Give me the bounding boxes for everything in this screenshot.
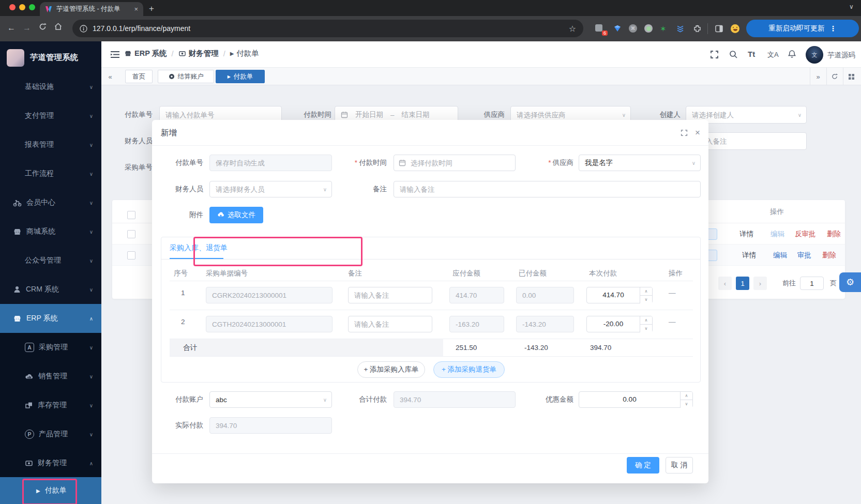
sidebar-item-report-mgmt[interactable]: 报表管理∨ xyxy=(0,130,101,159)
finance-staff-select[interactable]: ∨ xyxy=(209,181,332,197)
tags-expand-icon[interactable]: » xyxy=(810,68,826,85)
edit-link[interactable]: 编辑 xyxy=(771,223,784,245)
current-payment-stepper[interactable]: -20.00 ∧∨ xyxy=(586,316,653,332)
supplier-input[interactable] xyxy=(579,155,701,171)
extension-icon-1[interactable]: 6 xyxy=(595,24,605,34)
sidebar-item-payment-order[interactable]: ▶ 付款单 xyxy=(0,477,101,504)
tag-payment-order[interactable]: ▶ 付款单 xyxy=(216,70,265,83)
font-size-icon[interactable]: Tt xyxy=(748,50,755,58)
tag-home[interactable]: 首页 xyxy=(125,70,153,83)
sidebar-item-official-account[interactable]: 公众号管理∨ xyxy=(0,246,101,275)
delete-link[interactable]: 删除 xyxy=(822,245,836,266)
add-inbound-order-button[interactable]: + 添加采购入库单 xyxy=(357,361,425,378)
sidebar-item-payment-mgmt[interactable]: 支付管理∨ xyxy=(0,101,101,130)
dialog-fullscreen-icon[interactable] xyxy=(681,129,688,136)
row-remark-input[interactable] xyxy=(348,316,432,332)
dialog-close-icon[interactable]: × xyxy=(695,128,700,138)
breadcrumb-erp[interactable]: ERP 系统 xyxy=(134,49,167,58)
extension-icon-6[interactable] xyxy=(676,24,685,34)
upload-file-button[interactable]: 选取文件 xyxy=(209,207,263,223)
row-checkbox[interactable] xyxy=(127,251,135,259)
traffic-light-minimize[interactable] xyxy=(19,4,25,10)
sidebar-item-mall-system[interactable]: 商城系统∨ xyxy=(0,217,101,246)
tag-settlement-account[interactable]: 结算账户 xyxy=(158,70,214,83)
current-payment-value[interactable]: -20.00 xyxy=(587,316,640,332)
sidepanel-icon[interactable] xyxy=(715,24,724,34)
account-select[interactable]: ∨ xyxy=(209,391,332,408)
translate-icon[interactable]: 文A xyxy=(767,50,779,59)
cancel-button[interactable]: 取 消 xyxy=(666,457,693,474)
back-icon[interactable]: ← xyxy=(7,23,16,33)
delete-link[interactable]: 删除 xyxy=(827,223,841,245)
current-payment-stepper[interactable]: 414.70 ∧∨ xyxy=(586,287,653,303)
tab-purchase-docs[interactable]: 采购入库、退货单 xyxy=(170,243,228,253)
traffic-light-zoom[interactable] xyxy=(29,4,35,10)
row-checkbox[interactable] xyxy=(127,230,135,238)
detail-link[interactable]: 详情 xyxy=(742,245,756,266)
discount-value[interactable]: 0.00 xyxy=(579,392,680,407)
layout-grid-icon[interactable] xyxy=(843,68,859,85)
add-return-order-button[interactable]: + 添加采购退货单 xyxy=(433,361,505,378)
tags-refresh-icon[interactable] xyxy=(826,68,842,85)
reload-icon[interactable] xyxy=(38,22,47,31)
page-next-button[interactable]: › xyxy=(753,277,767,290)
spinner-up-icon[interactable]: ∧ xyxy=(640,287,652,296)
current-payment-value[interactable]: 414.70 xyxy=(587,287,640,303)
spinner-up-icon[interactable]: ∧ xyxy=(640,316,652,325)
spinner-up-icon[interactable]: ∧ xyxy=(681,392,692,400)
remark-field[interactable] xyxy=(394,181,701,197)
spinner-down-icon[interactable]: ∨ xyxy=(640,325,652,332)
extension-icon-2[interactable] xyxy=(613,24,623,34)
sidebar-item-finance-mgmt[interactable]: 财务管理∧ xyxy=(0,449,101,478)
tab-search-icon[interactable]: ∨ xyxy=(849,3,854,10)
fullscreen-icon[interactable] xyxy=(710,50,719,59)
forward-icon[interactable]: → xyxy=(23,23,31,33)
account-input[interactable] xyxy=(209,391,332,408)
payment-time-input[interactable] xyxy=(394,155,516,171)
edit-link[interactable]: 编辑 xyxy=(773,245,787,266)
select-all-checkbox[interactable] xyxy=(127,211,135,219)
sidebar-item-infrastructure[interactable]: 基础设施∨ xyxy=(0,72,101,101)
bookmark-star-icon[interactable]: ☆ xyxy=(569,24,576,34)
profile-avatar-icon[interactable] xyxy=(731,24,740,34)
payment-time-field[interactable] xyxy=(394,155,516,171)
extensions-puzzle-icon[interactable] xyxy=(693,24,702,34)
confirm-button[interactable]: 确 定 xyxy=(627,457,659,474)
traffic-light-close[interactable] xyxy=(9,4,16,10)
site-info-icon[interactable] xyxy=(80,25,87,33)
sidebar-item-inventory-mgmt[interactable]: 库存管理∨ xyxy=(0,391,101,420)
discount-stepper[interactable]: 0.00 ∧∨ xyxy=(579,391,693,408)
search-icon[interactable] xyxy=(729,50,738,59)
approve-link[interactable]: 审批 xyxy=(797,245,811,266)
tab-close-icon[interactable]: × xyxy=(134,5,138,13)
username[interactable]: 芋道源码 xyxy=(827,51,855,60)
sidebar-item-erp-system[interactable]: ERP 系统∧ xyxy=(0,304,101,333)
spinner-down-icon[interactable]: ∨ xyxy=(681,400,692,408)
sidebar-item-purchase-mgmt[interactable]: A 采购管理∨ xyxy=(0,333,101,362)
unapprove-link[interactable]: 反审批 xyxy=(795,223,816,245)
goto-page-input[interactable] xyxy=(800,277,824,290)
browser-tab[interactable]: 芋道管理系统 - 付款单 × xyxy=(40,2,143,16)
extension-icon-3[interactable]: ⌘ xyxy=(629,24,638,34)
new-tab-button[interactable]: + xyxy=(149,4,154,14)
page-number-button[interactable]: 1 xyxy=(736,277,749,290)
spinner-down-icon[interactable]: ∨ xyxy=(640,296,652,303)
finance-staff-input[interactable] xyxy=(209,181,332,197)
sidebar-item-workflow[interactable]: 工作流程∨ xyxy=(0,159,101,188)
breadcrumb-finance[interactable]: 财务管理 xyxy=(189,49,219,58)
url-bar[interactable]: 127.0.0.1/erp/finance/payment ☆ xyxy=(72,20,583,37)
supplier-select[interactable]: ∨ xyxy=(579,155,701,171)
page-prev-button[interactable]: ‹ xyxy=(718,277,732,290)
browser-menu-icon[interactable]: ⋮ xyxy=(829,24,837,33)
extension-icon-4[interactable] xyxy=(644,24,654,34)
row-remark-input[interactable] xyxy=(348,287,432,303)
browser-update-button[interactable]: 重新启动即可更新 ⋮ xyxy=(746,20,859,37)
detail-link[interactable]: 详情 xyxy=(739,223,753,245)
bell-icon[interactable] xyxy=(788,50,796,58)
settings-drawer-button[interactable]: ⚙ xyxy=(839,272,861,292)
sidebar-item-member-center[interactable]: 会员中心∨ xyxy=(0,188,101,217)
menu-fold-icon[interactable] xyxy=(110,50,120,59)
user-avatar[interactable]: 文 xyxy=(806,46,823,64)
sidebar-item-crm-system[interactable]: CRM 系统∨ xyxy=(0,275,101,304)
sidebar-item-sales-mgmt[interactable]: 销售管理∨ xyxy=(0,362,101,391)
